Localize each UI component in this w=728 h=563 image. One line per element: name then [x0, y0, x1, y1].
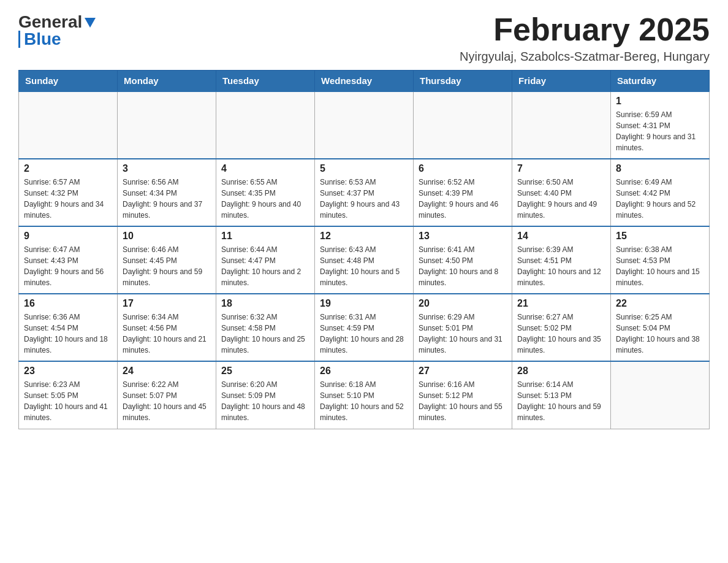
day-info: Sunrise: 6:38 AMSunset: 4:53 PMDaylight:…: [616, 244, 704, 288]
calendar-table: SundayMondayTuesdayWednesdayThursdayFrid…: [18, 70, 710, 429]
day-number: 24: [123, 366, 211, 377]
day-cell: 7Sunrise: 6:50 AMSunset: 4:40 PMDaylight…: [512, 159, 611, 226]
week-row-1: 1Sunrise: 6:59 AMSunset: 4:31 PMDaylight…: [19, 91, 710, 159]
day-number: 3: [123, 163, 211, 174]
day-cell: [414, 91, 512, 159]
day-number: 11: [221, 231, 309, 242]
day-number: 16: [24, 298, 112, 309]
logo-blue: Blue: [24, 29, 61, 49]
day-info: Sunrise: 6:14 AMSunset: 5:13 PMDaylight:…: [517, 379, 605, 423]
day-number: 14: [517, 231, 605, 242]
day-info: Sunrise: 6:47 AMSunset: 4:43 PMDaylight:…: [24, 244, 112, 288]
weekday-row: SundayMondayTuesdayWednesdayThursdayFrid…: [19, 71, 710, 92]
day-number: 26: [320, 366, 408, 377]
day-cell: 27Sunrise: 6:16 AMSunset: 5:12 PMDayligh…: [414, 361, 512, 429]
day-cell: [118, 91, 216, 159]
day-cell: 3Sunrise: 6:56 AMSunset: 4:34 PMDaylight…: [118, 159, 216, 226]
day-number: 21: [517, 298, 605, 309]
weekday-header-tuesday: Tuesday: [216, 71, 315, 92]
day-info: Sunrise: 6:57 AMSunset: 4:32 PMDaylight:…: [24, 177, 112, 221]
week-row-3: 9Sunrise: 6:47 AMSunset: 4:43 PMDaylight…: [19, 226, 710, 294]
day-number: 7: [517, 163, 605, 174]
calendar-header: SundayMondayTuesdayWednesdayThursdayFrid…: [19, 71, 710, 92]
day-info: Sunrise: 6:16 AMSunset: 5:12 PMDaylight:…: [419, 379, 507, 423]
day-number: 2: [24, 163, 112, 174]
weekday-header-friday: Friday: [512, 71, 611, 92]
day-number: 28: [517, 366, 605, 377]
day-info: Sunrise: 6:29 AMSunset: 5:01 PMDaylight:…: [419, 312, 507, 356]
day-cell: 25Sunrise: 6:20 AMSunset: 5:09 PMDayligh…: [216, 361, 315, 429]
week-row-5: 23Sunrise: 6:23 AMSunset: 5:05 PMDayligh…: [19, 361, 710, 429]
day-number: 9: [24, 231, 112, 242]
day-cell: 28Sunrise: 6:14 AMSunset: 5:13 PMDayligh…: [512, 361, 611, 429]
logo-triangle-icon: [83, 15, 97, 29]
weekday-header-sunday: Sunday: [19, 71, 118, 92]
day-number: 12: [320, 231, 408, 242]
day-info: Sunrise: 6:50 AMSunset: 4:40 PMDaylight:…: [517, 177, 605, 221]
day-cell: 8Sunrise: 6:49 AMSunset: 4:42 PMDaylight…: [611, 159, 710, 226]
day-cell: 15Sunrise: 6:38 AMSunset: 4:53 PMDayligh…: [611, 226, 710, 294]
day-cell: [19, 91, 118, 159]
page-header: General Blue February 2025 Nyirgyulaj, S…: [18, 12, 710, 64]
day-info: Sunrise: 6:55 AMSunset: 4:35 PMDaylight:…: [221, 177, 309, 221]
day-info: Sunrise: 6:32 AMSunset: 4:58 PMDaylight:…: [221, 312, 309, 356]
day-info: Sunrise: 6:27 AMSunset: 5:02 PMDaylight:…: [517, 312, 605, 356]
day-number: 22: [616, 298, 704, 309]
day-info: Sunrise: 6:44 AMSunset: 4:47 PMDaylight:…: [221, 244, 309, 288]
weekday-header-monday: Monday: [118, 71, 216, 92]
day-cell: 9Sunrise: 6:47 AMSunset: 4:43 PMDaylight…: [19, 226, 118, 294]
day-info: Sunrise: 6:49 AMSunset: 4:42 PMDaylight:…: [616, 177, 704, 221]
day-info: Sunrise: 6:23 AMSunset: 5:05 PMDaylight:…: [24, 379, 112, 423]
month-title: February 2025: [460, 12, 710, 47]
day-number: 17: [123, 298, 211, 309]
day-cell: 14Sunrise: 6:39 AMSunset: 4:51 PMDayligh…: [512, 226, 611, 294]
day-info: Sunrise: 6:20 AMSunset: 5:09 PMDaylight:…: [221, 379, 309, 423]
day-info: Sunrise: 6:31 AMSunset: 4:59 PMDaylight:…: [320, 312, 408, 356]
day-cell: [611, 361, 710, 429]
day-info: Sunrise: 6:18 AMSunset: 5:10 PMDaylight:…: [320, 379, 408, 423]
day-info: Sunrise: 6:46 AMSunset: 4:45 PMDaylight:…: [123, 244, 211, 288]
day-cell: [315, 91, 414, 159]
day-cell: 6Sunrise: 6:52 AMSunset: 4:39 PMDaylight…: [414, 159, 512, 226]
location: Nyirgyulaj, Szabolcs-Szatmar-Bereg, Hung…: [460, 50, 710, 64]
day-number: 23: [24, 366, 112, 377]
weekday-header-wednesday: Wednesday: [315, 71, 414, 92]
svg-marker-0: [85, 18, 96, 28]
day-cell: 5Sunrise: 6:53 AMSunset: 4:37 PMDaylight…: [315, 159, 414, 226]
day-info: Sunrise: 6:56 AMSunset: 4:34 PMDaylight:…: [123, 177, 211, 221]
day-cell: 12Sunrise: 6:43 AMSunset: 4:48 PMDayligh…: [315, 226, 414, 294]
day-cell: 24Sunrise: 6:22 AMSunset: 5:07 PMDayligh…: [118, 361, 216, 429]
week-row-2: 2Sunrise: 6:57 AMSunset: 4:32 PMDaylight…: [19, 159, 710, 226]
weekday-header-saturday: Saturday: [611, 71, 710, 92]
day-number: 13: [419, 231, 507, 242]
day-info: Sunrise: 6:34 AMSunset: 4:56 PMDaylight:…: [123, 312, 211, 356]
day-number: 10: [123, 231, 211, 242]
day-cell: 20Sunrise: 6:29 AMSunset: 5:01 PMDayligh…: [414, 294, 512, 361]
week-row-4: 16Sunrise: 6:36 AMSunset: 4:54 PMDayligh…: [19, 294, 710, 361]
day-cell: 2Sunrise: 6:57 AMSunset: 4:32 PMDaylight…: [19, 159, 118, 226]
day-number: 19: [320, 298, 408, 309]
day-number: 5: [320, 163, 408, 174]
title-section: February 2025 Nyirgyulaj, Szabolcs-Szatm…: [460, 12, 710, 64]
day-cell: 26Sunrise: 6:18 AMSunset: 5:10 PMDayligh…: [315, 361, 414, 429]
day-number: 15: [616, 231, 704, 242]
day-cell: 19Sunrise: 6:31 AMSunset: 4:59 PMDayligh…: [315, 294, 414, 361]
day-info: Sunrise: 6:43 AMSunset: 4:48 PMDaylight:…: [320, 244, 408, 288]
day-info: Sunrise: 6:22 AMSunset: 5:07 PMDaylight:…: [123, 379, 211, 423]
day-number: 20: [419, 298, 507, 309]
day-number: 25: [221, 366, 309, 377]
day-number: 18: [221, 298, 309, 309]
logo: General Blue: [18, 12, 97, 49]
day-number: 8: [616, 163, 704, 174]
day-cell: [512, 91, 611, 159]
day-info: Sunrise: 6:25 AMSunset: 5:04 PMDaylight:…: [616, 312, 704, 356]
day-cell: 11Sunrise: 6:44 AMSunset: 4:47 PMDayligh…: [216, 226, 315, 294]
day-number: 1: [616, 96, 704, 107]
weekday-header-thursday: Thursday: [414, 71, 512, 92]
day-cell: 22Sunrise: 6:25 AMSunset: 5:04 PMDayligh…: [611, 294, 710, 361]
day-cell: 21Sunrise: 6:27 AMSunset: 5:02 PMDayligh…: [512, 294, 611, 361]
day-info: Sunrise: 6:36 AMSunset: 4:54 PMDaylight:…: [24, 312, 112, 356]
day-number: 6: [419, 163, 507, 174]
day-number: 4: [221, 163, 309, 174]
day-cell: 1Sunrise: 6:59 AMSunset: 4:31 PMDaylight…: [611, 91, 710, 159]
